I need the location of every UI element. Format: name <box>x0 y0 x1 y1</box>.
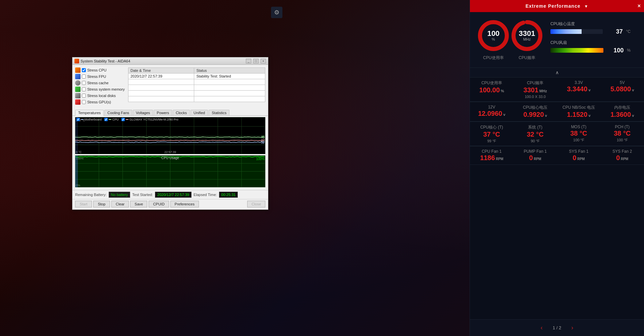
cell-mos-t: MOS (T) 38 °C 100 °F <box>557 122 601 146</box>
stress-cpu-checkbox[interactable] <box>82 68 86 72</box>
cpu-temp-value: 37 <box>606 28 623 35</box>
legend-gloway-color <box>126 119 128 120</box>
cell-cpu-usage: CPU使用率 100.00 % <box>470 78 514 101</box>
cell-cpu-fan1: CPU Fan 1 1186 RPM <box>470 146 514 164</box>
cell-pch-t-value: 38 °C <box>606 129 639 137</box>
preferences-button[interactable]: Preferences <box>170 201 199 207</box>
stress-disks-checkbox[interactable] <box>82 94 86 98</box>
table-row <box>128 96 265 102</box>
save-button[interactable]: Save <box>130 201 147 207</box>
legend-gloway-checkbox[interactable] <box>121 118 125 121</box>
test-started-value: 2020/12/7 22:57:39 <box>155 192 192 198</box>
stress-gpu-checkbox[interactable] <box>82 100 86 104</box>
cpu-usage-gauge-group: 100 % CPU使用率 <box>477 19 510 61</box>
cell-5v-unit: v <box>631 88 634 92</box>
stress-cpu-label: Stress CPU <box>87 68 106 72</box>
cell-12v-label: 12V <box>475 105 508 109</box>
cpu-freq-gauge-label: CPU频率 <box>519 55 535 61</box>
data-grid: CPU使用率 100.00 % CPU频率 3301 MHz 100.0 X 3… <box>470 78 644 319</box>
cell-sys-fan2-unit: RPM <box>620 157 628 161</box>
clear-button[interactable]: Clear <box>111 201 129 207</box>
legend-cpu-checkbox[interactable] <box>104 118 108 121</box>
fan-unit: % <box>627 48 631 53</box>
stress-fpu-checkbox[interactable] <box>82 75 86 79</box>
table-row: 2020/12/7 22:57:39 Stability Test: Start… <box>128 74 265 79</box>
minimize-button[interactable]: _ <box>246 59 251 63</box>
cell-cpu-core-t-sub: 99 °F <box>475 139 508 143</box>
test-started-label: Test Started: <box>132 193 153 197</box>
pagination-bar: ‹ 1 / 2 › <box>470 319 644 336</box>
cpu-freq-gauge-group: 3301 MHz CPU频率 <box>510 19 544 61</box>
next-page-button[interactable]: › <box>568 323 577 333</box>
cell-cpu-fan1-label: CPU Fan 1 <box>475 149 508 154</box>
cell-pump-fan1: PUMP Fan 1 0 RPM <box>514 146 557 164</box>
stability-body: Stress CPU Stress FPU Stress cache Stres… <box>72 65 268 108</box>
cell-cpu-fan1-value: 1186 RPM <box>475 154 508 162</box>
tab-statistics[interactable]: Statistics <box>209 110 229 115</box>
performance-panel: Extreme Performance ▼ × 100 % CPU使用率 <box>470 0 644 336</box>
cell-5v-value: 5.0800 v <box>606 85 639 93</box>
cell-3v3-label: 3.3V <box>562 80 595 85</box>
legend-gloway-label: GLOWAY YCT512NVMe-M.2/80 Pro <box>129 118 178 121</box>
tab-unified[interactable]: Unified <box>191 110 208 115</box>
cpu-temp-bar-fill <box>550 29 582 34</box>
temperature-chart: Motherboard CPU GLOWAY YCT512NVMe-M.2/80… <box>75 117 265 154</box>
cpu-freq-unit: MHz <box>523 37 531 41</box>
tab-powers[interactable]: Powers <box>154 110 172 115</box>
stress-gpu-item: Stress GPU(s) <box>75 99 125 105</box>
cell-cpu-vcore-label: CPU核心电压 <box>519 105 552 110</box>
perf-close-button[interactable]: × <box>638 3 641 9</box>
settings-icon-left[interactable]: ⚙ <box>271 7 282 18</box>
legend-mb-checkbox[interactable] <box>76 118 80 121</box>
tab-temperatures[interactable]: Temperatures <box>75 110 104 116</box>
bottom-info-bar: Remaining Battery: No battery Test Start… <box>72 190 268 199</box>
cell-sys-fan2-value: 0 RPM <box>606 154 639 162</box>
log-empty-7 <box>128 96 194 102</box>
cell-sys-fan2: SYS Fan 2 0 RPM <box>600 146 644 164</box>
cell-cpu-fan1-unit: RPM <box>495 157 503 161</box>
log-datetime: 2020/12/7 22:57:39 <box>128 74 194 79</box>
data-row-1: CPU使用率 100.00 % CPU频率 3301 MHz 100.0 X 3… <box>470 78 644 102</box>
stress-memory-checkbox[interactable] <box>82 87 86 91</box>
start-button[interactable]: Start <box>75 201 92 207</box>
cell-sys-fan1: SYS Fan 1 0 RPM <box>557 146 601 164</box>
stress-cache-checkbox[interactable] <box>82 81 86 85</box>
cpuid-button[interactable]: CPUID <box>149 201 169 207</box>
cpu-temp-bar <box>550 29 603 34</box>
fan-value: 100 <box>607 47 624 54</box>
stress-cache-label: Stress cache <box>87 81 109 85</box>
stress-memory-item: Stress system memory <box>75 87 125 92</box>
log-status: Stability Test: Started <box>194 74 265 79</box>
legend-motherboard: Motherboard <box>76 118 102 121</box>
cell-pch-t-sub: 100 °F <box>606 138 639 142</box>
fan-bar-fill <box>550 48 603 53</box>
cell-12v-value: 12.0960 v <box>475 109 508 117</box>
close-button[interactable]: Close <box>247 201 265 207</box>
tab-clocks[interactable]: Clocks <box>173 110 190 115</box>
tab-cooling-fans[interactable]: Cooling Fans <box>104 110 132 115</box>
close-window-button[interactable]: × <box>261 59 266 63</box>
tab-voltages[interactable]: Voltages <box>133 110 153 115</box>
log-table: Date & Time Status 2020/12/7 22:57:39 St… <box>128 67 265 102</box>
cell-cpu-core-t-label: CPU核心 (T) <box>475 125 508 130</box>
prev-page-button[interactable]: ‹ <box>537 323 546 333</box>
cell-cpu-nb-soc: CPU NB/Soc 电压 1.1520 v <box>557 102 601 121</box>
table-row <box>128 91 265 96</box>
stop-button[interactable]: Stop <box>93 201 110 207</box>
cell-cpu-usage-label: CPU使用率 <box>475 80 508 86</box>
cell-cpu-vcore: CPU核心电压 0.9920 v <box>514 102 557 121</box>
fan-bar <box>550 48 603 53</box>
stress-options-panel: Stress CPU Stress FPU Stress cache Stres… <box>75 67 125 106</box>
stress-disks-item: Stress local disks <box>75 93 125 98</box>
log-empty-8 <box>194 96 265 102</box>
cell-sys-t-sub: 90 °F <box>519 139 552 143</box>
cpu-icon <box>75 67 80 73</box>
cell-cpu-freq-unit: MHz <box>538 89 547 93</box>
log-empty-2 <box>194 79 265 85</box>
log-empty-4 <box>194 85 265 91</box>
maximize-button[interactable]: □ <box>253 59 259 63</box>
cell-pump-fan1-value: 0 RPM <box>519 154 552 162</box>
temp-chart-canvas <box>75 117 265 154</box>
collapse-button[interactable]: ∧ <box>470 67 644 78</box>
cell-3v3: 3.3V 3.3440 v <box>557 78 601 101</box>
